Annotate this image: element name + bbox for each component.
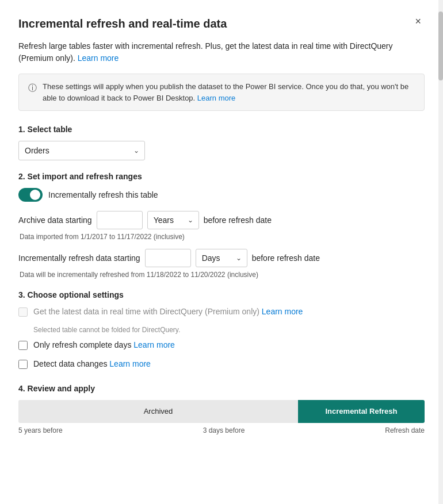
option1-learn-more-link[interactable]: Learn more — [262, 307, 303, 316]
option2-label-text: Only refresh complete days — [33, 340, 131, 349]
option2-row: Only refresh complete days Learn more — [18, 340, 425, 351]
refresh-hint: Data will be incrementally refreshed fro… — [18, 271, 425, 279]
refresh-unit-select[interactable]: Days Months Years — [196, 249, 247, 267]
option1-label: Get the latest data in real time with Di… — [33, 306, 303, 318]
option3-label-text: Detect data changes — [33, 359, 107, 368]
intro-body: Refresh large tables faster with increme… — [18, 41, 393, 63]
refresh-unit-wrapper: Days Months Years ⌄ — [196, 249, 247, 267]
bar-label-right: Refresh date — [385, 426, 425, 434]
section-optional-settings: 3. Choose optional settings Get the late… — [18, 290, 425, 370]
table-select-wrapper: Orders Products Customers ⌄ — [18, 141, 145, 160]
info-icon: ⓘ — [28, 82, 37, 103]
archive-label: Archive data starting — [18, 216, 92, 225]
bar-labels: 5 years before 3 days before Refresh dat… — [18, 426, 425, 434]
toggle-slider — [18, 188, 43, 202]
section1-title: 1. Select table — [18, 125, 425, 134]
section-import-ranges: 2. Set import and refresh ranges Increme… — [18, 172, 425, 279]
archive-unit-select[interactable]: Days Months Years — [147, 211, 199, 229]
bar-label-middle: 3 days before — [203, 426, 245, 434]
option1-checkbox[interactable] — [18, 307, 28, 317]
option3-learn-more-link[interactable]: Learn more — [109, 359, 151, 368]
table-select[interactable]: Orders Products Customers — [18, 141, 145, 160]
refresh-field-row: Incrementally refresh data starting 3 Da… — [18, 249, 425, 267]
option1-hint: Selected table cannot be folded for Dire… — [33, 326, 425, 334]
refresh-value-input[interactable]: 3 — [145, 249, 191, 267]
section-review-apply: 4. Review and apply Archived Incremental… — [18, 384, 425, 434]
dialog-header: Incremental refresh and real-time data × — [18, 16, 425, 31]
option3-label: Detect data changes Learn more — [33, 359, 151, 370]
archive-value-input[interactable]: 5 — [97, 211, 143, 229]
section-select-table: 1. Select table Orders Products Customer… — [18, 125, 425, 160]
close-button[interactable]: × — [411, 15, 425, 28]
scrollbar-thumb[interactable] — [438, 11, 443, 80]
refresh-label: Incrementally refresh data starting — [18, 253, 140, 263]
bar-incremental: Incremental Refresh — [298, 400, 425, 423]
section3-title: 3. Choose optional settings — [18, 290, 425, 299]
archive-hint: Data imported from 1/1/2017 to 11/17/202… — [18, 233, 425, 241]
intro-learn-more-link[interactable]: Learn more — [78, 53, 119, 63]
option2-learn-more-link[interactable]: Learn more — [133, 340, 175, 349]
bar-label-left: 5 years before — [18, 426, 63, 434]
incremental-refresh-dialog: Incremental refresh and real-time data ×… — [0, 0, 443, 504]
section4-title: 4. Review and apply — [18, 384, 425, 393]
option2-label: Only refresh complete days Learn more — [33, 340, 175, 351]
option2-checkbox[interactable] — [18, 341, 28, 350]
refresh-suffix: before refresh date — [252, 253, 320, 263]
toggle-label: Incrementally refresh this table — [48, 190, 158, 199]
info-learn-more-link[interactable]: Learn more — [197, 94, 235, 102]
section2-title: 2. Set import and refresh ranges — [18, 172, 425, 181]
archive-unit-wrapper: Days Months Years ⌄ — [147, 211, 199, 229]
option3-checkbox[interactable] — [18, 360, 28, 369]
dialog-title: Incremental refresh and real-time data — [18, 16, 227, 31]
incremental-toggle[interactable] — [18, 188, 43, 202]
bar-archived: Archived — [18, 400, 298, 423]
scrollbar[interactable] — [438, 0, 443, 504]
option3-row: Detect data changes Learn more — [18, 359, 425, 370]
archive-field-row: Archive data starting 5 Days Months Year… — [18, 211, 425, 229]
option1-label-text: Get the latest data in real time with Di… — [33, 307, 259, 316]
option1-row: Get the latest data in real time with Di… — [18, 306, 425, 318]
archive-suffix: before refresh date — [204, 216, 272, 225]
toggle-row: Incrementally refresh this table — [18, 188, 425, 202]
info-box: ⓘ These settings will apply when you pub… — [18, 74, 425, 111]
intro-text: Refresh large tables faster with increme… — [18, 40, 425, 64]
review-bar: Archived Incremental Refresh — [18, 400, 425, 423]
info-box-text: These settings will apply when you publi… — [43, 81, 415, 103]
review-bar-container: Archived Incremental Refresh 5 years bef… — [18, 400, 425, 434]
